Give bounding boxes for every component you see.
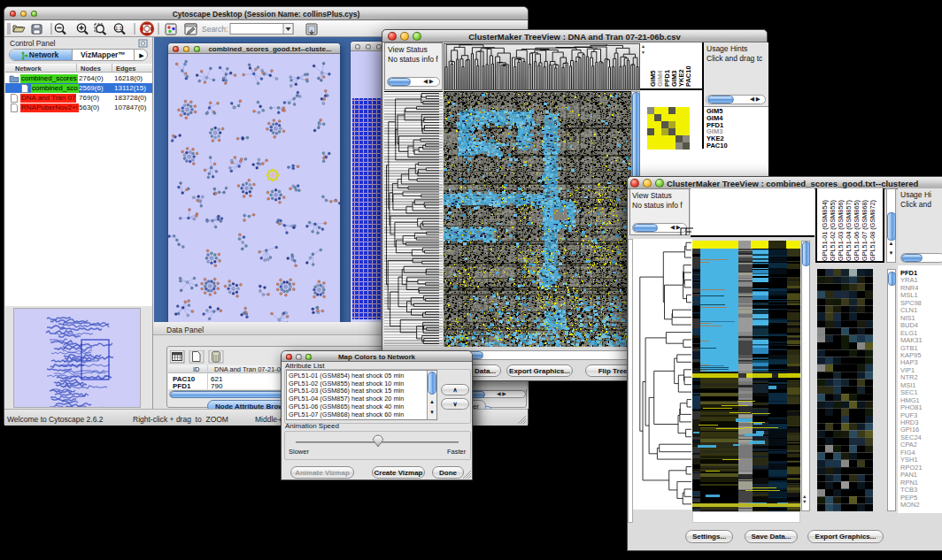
svg-text:1:1: 1:1 xyxy=(115,26,122,31)
svg-text:Search:: Search: xyxy=(202,25,228,34)
